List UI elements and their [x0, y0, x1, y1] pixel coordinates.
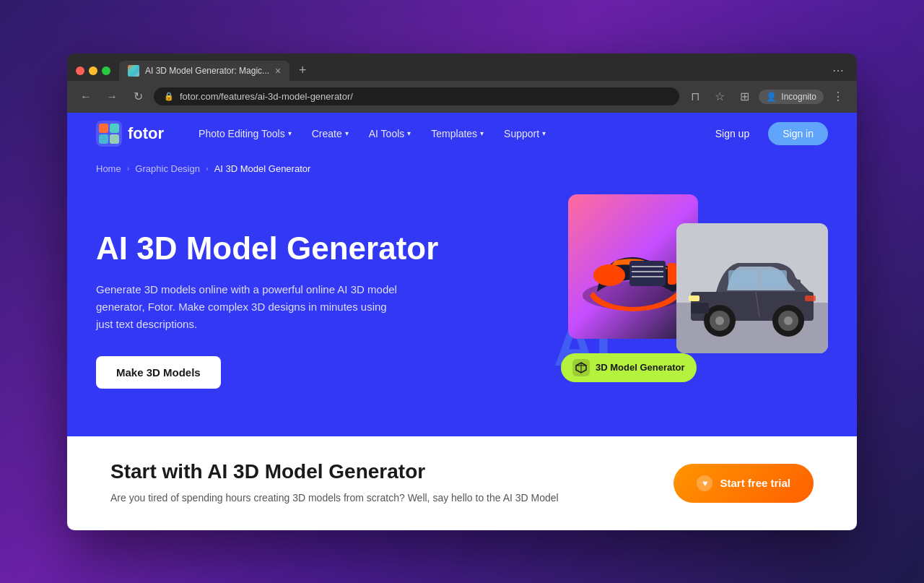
breadcrumb: Home › Graphic Design › AI 3D Model Gene…: [67, 155, 857, 183]
svg-rect-17: [762, 270, 787, 288]
bottom-section: Start with AI 3D Model Generator Are you…: [67, 436, 857, 530]
svg-rect-3: [110, 124, 119, 133]
back-button[interactable]: ←: [76, 87, 96, 107]
svg-rect-4: [99, 134, 108, 144]
profile-icon: 👤: [766, 92, 777, 102]
svg-point-23: [784, 316, 793, 325]
nav-support[interactable]: Support ▾: [495, 122, 554, 145]
refresh-button[interactable]: ↻: [128, 87, 148, 107]
svg-rect-26: [691, 303, 709, 314]
extensions-button[interactable]: ⊞: [734, 87, 754, 107]
bottom-description: Are you tired of spending hours creating…: [110, 491, 645, 506]
svg-rect-16: [728, 270, 757, 288]
cube-icon: [575, 362, 587, 373]
active-tab[interactable]: AI 3D Model Generator: Magic... ×: [119, 61, 289, 81]
hero-cta-button[interactable]: Make 3D Models: [96, 356, 221, 389]
nav-ai-tools-label: AI Tools: [369, 128, 405, 139]
free-trial-button[interactable]: ♥ Start free trial: [674, 464, 814, 503]
traffic-lights: [76, 66, 110, 75]
nav-templates[interactable]: Templates ▾: [422, 122, 492, 145]
hero-section: Home › Graphic Design › AI 3D Model Gene…: [67, 155, 857, 436]
minimize-traffic-light[interactable]: [89, 66, 97, 75]
hero-image-car: [676, 223, 828, 353]
badge-label: 3D Model Generator: [596, 362, 685, 373]
svg-point-20: [715, 316, 724, 325]
nav-templates-label: Templates: [431, 128, 477, 139]
free-trial-label: Start free trial: [720, 477, 790, 489]
tab-title: AI 3D Model Generator: Magic...: [145, 66, 269, 76]
hero-description: Generate 3D models online with a powerfu…: [96, 281, 399, 333]
more-button[interactable]: ⋮: [828, 87, 848, 107]
browser-chrome: AI 3D Model Generator: Magic... × + ⋯ ← …: [67, 53, 857, 113]
svg-rect-28: [792, 280, 801, 285]
tab-bar: AI 3D Model Generator: Magic... × +: [119, 61, 819, 81]
browser-controls: ← → ↻ 🔒 fotor.com/features/ai-3d-model-g…: [67, 81, 857, 113]
site-nav: fotor Photo Editing Tools ▾ Create ▾ AI …: [67, 113, 857, 155]
logo-text: fotor: [128, 124, 164, 143]
signin-button[interactable]: Sign in: [768, 122, 828, 145]
lock-icon: 🔒: [164, 92, 174, 101]
logo[interactable]: fotor: [96, 121, 164, 147]
bottom-text: Start with AI 3D Model Generator Are you…: [110, 460, 645, 506]
address-bar[interactable]: 🔒 fotor.com/features/ai-3d-model-generat…: [154, 87, 679, 105]
nav-support-chevron: ▾: [542, 129, 546, 137]
nav-create[interactable]: Create ▾: [303, 122, 357, 145]
breadcrumb-sep-2: ›: [206, 164, 209, 173]
breadcrumb-home[interactable]: Home: [96, 163, 121, 174]
profile-name: Incognito: [781, 92, 816, 102]
nav-create-label: Create: [312, 128, 342, 139]
feature-badge: 3D Model Generator: [561, 353, 697, 382]
bookmark-button[interactable]: ☆: [710, 87, 730, 107]
svg-rect-2: [99, 124, 108, 133]
hero-content: AI 3D Model Generator Generate 3D models…: [96, 202, 539, 389]
cast-button[interactable]: ⊓: [685, 87, 705, 107]
nav-links: Photo Editing Tools ▾ Create ▾ AI Tools …: [190, 122, 704, 145]
hero-images: AI: [539, 194, 828, 397]
close-traffic-light[interactable]: [76, 66, 84, 75]
browser-window: AI 3D Model Generator: Magic... × + ⋯ ← …: [67, 53, 857, 530]
svg-rect-5: [110, 134, 119, 144]
url-text: fotor.com/features/ai-3d-model-generator…: [180, 91, 353, 102]
heart-icon: ♥: [697, 475, 712, 491]
nav-ai-tools-chevron: ▾: [407, 129, 411, 137]
new-tab-button[interactable]: +: [292, 61, 313, 81]
svg-point-7: [593, 264, 625, 286]
profile-badge[interactable]: 👤 Incognito: [759, 90, 824, 104]
forward-button[interactable]: →: [102, 87, 122, 107]
breadcrumb-current: AI 3D Model Generator: [214, 163, 311, 174]
svg-rect-25: [805, 295, 816, 301]
tab-close-button[interactable]: ×: [275, 65, 281, 77]
nav-support-label: Support: [504, 128, 539, 139]
nav-photo-editing-chevron: ▾: [288, 129, 292, 137]
svg-rect-24: [689, 295, 699, 301]
badge-icon: [572, 359, 590, 376]
nav-actions: Sign up Sign in: [704, 122, 828, 145]
browser-actions: ⊓ ☆ ⊞ 👤 Incognito ⋮: [685, 87, 848, 107]
browser-extend-button[interactable]: ⋯: [828, 61, 848, 81]
signup-button[interactable]: Sign up: [704, 122, 761, 145]
nav-create-chevron: ▾: [345, 129, 349, 137]
svg-rect-12: [668, 263, 676, 285]
nav-templates-chevron: ▾: [480, 129, 484, 137]
tab-favicon: [128, 65, 139, 77]
svg-rect-8: [629, 261, 666, 286]
car-svg: [676, 223, 828, 353]
nav-ai-tools[interactable]: AI Tools ▾: [360, 122, 420, 145]
browser-titlebar: AI 3D Model Generator: Magic... × + ⋯: [67, 53, 857, 81]
bottom-title: Start with AI 3D Model Generator: [110, 460, 645, 483]
maximize-traffic-light[interactable]: [102, 66, 110, 75]
nav-photo-editing-label: Photo Editing Tools: [199, 128, 285, 139]
nav-photo-editing[interactable]: Photo Editing Tools ▾: [190, 122, 300, 145]
breadcrumb-sep-1: ›: [127, 164, 130, 173]
breadcrumb-category[interactable]: Graphic Design: [135, 163, 200, 174]
website-content: fotor Photo Editing Tools ▾ Create ▾ AI …: [67, 113, 857, 530]
hero-title: AI 3D Model Generator: [96, 230, 539, 267]
logo-icon: [96, 121, 122, 147]
